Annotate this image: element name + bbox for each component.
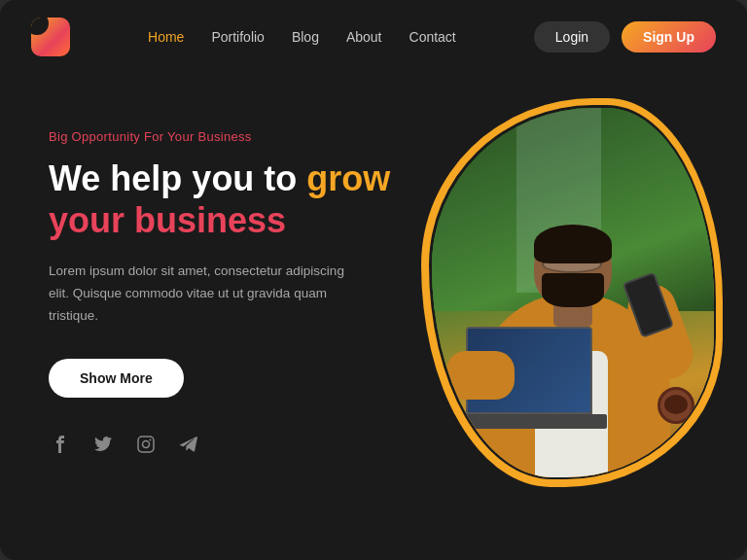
person-photo [432, 108, 714, 477]
telegram-icon[interactable] [177, 433, 200, 456]
hero-description: Lorem ipsum dolor sit amet, consectetur … [49, 261, 360, 328]
browser-window: Home Portifolio Blog About Contact Login… [0, 0, 747, 560]
facebook-icon[interactable] [49, 433, 72, 456]
nav-blog[interactable]: Blog [292, 29, 319, 45]
show-more-button[interactable]: Show More [49, 359, 184, 398]
hero-title-part1: We help you to [49, 158, 306, 198]
hero-section: Big Opportunity For Your Business We hel… [0, 74, 747, 502]
social-icons [49, 433, 418, 456]
hero-title-highlight: grow [306, 158, 390, 198]
nav-actions: Login Sign Up [534, 21, 716, 52]
navbar: Home Portifolio Blog About Contact Login… [0, 0, 747, 74]
login-button[interactable]: Login [534, 21, 610, 52]
nav-home[interactable]: Home [148, 29, 184, 45]
svg-point-1 [143, 441, 150, 448]
hero-content: Big Opportunity For Your Business We hel… [49, 129, 418, 456]
hero-title-part2: your business [49, 200, 286, 240]
hero-title: We help you to grow your business [49, 158, 418, 241]
svg-point-2 [150, 439, 152, 441]
nav-links: Home Portifolio Blog About Contact [148, 29, 456, 45]
nav-about[interactable]: About [346, 29, 382, 45]
nav-contact[interactable]: Contact [409, 29, 456, 45]
nav-portfolio[interactable]: Portifolio [211, 29, 264, 45]
hero-image-container [407, 84, 718, 492]
person-figure [432, 108, 714, 477]
twitter-icon[interactable] [91, 433, 115, 456]
brand-logo[interactable] [31, 18, 70, 56]
svg-rect-0 [138, 437, 154, 452]
instagram-icon[interactable] [134, 433, 158, 456]
hero-tagline: Big Opportunity For Your Business [49, 129, 418, 144]
signup-button[interactable]: Sign Up [622, 21, 716, 52]
